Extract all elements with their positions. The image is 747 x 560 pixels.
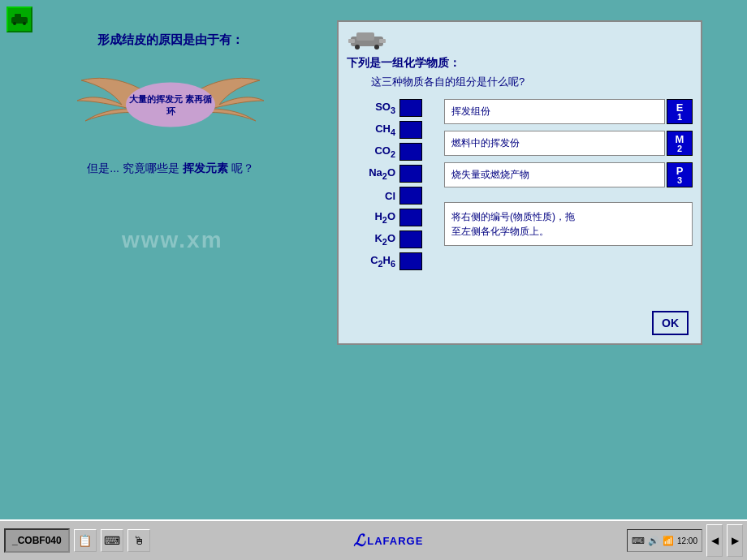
category-row-e1: 挥发组份 E 1 bbox=[444, 99, 693, 124]
taskbar: _COBF040 📋 ⌨ 🖱 ℒ LAFARGE ⌨ 🔊 📶 12:00 ◀ ▶ bbox=[0, 519, 747, 560]
chemicals-list: SO3 CH4 CO2 Na2O bbox=[347, 99, 436, 270]
cl-drop-target[interactable] bbox=[399, 187, 422, 205]
system-tray: ⌨ 🔊 📶 12:00 bbox=[627, 529, 702, 552]
dialog-subtitle: 下列是一组化学物质： bbox=[347, 56, 693, 71]
category-badge-e1[interactable]: E 1 bbox=[667, 99, 693, 124]
category-row-p3: 烧失量或燃烧产物 P 3 bbox=[444, 162, 693, 187]
chemical-label: SO3 bbox=[347, 101, 395, 115]
chemical-label: C2H6 bbox=[347, 254, 395, 269]
car-icon bbox=[347, 30, 387, 50]
taskbar-icon-cursor[interactable]: 🖱 bbox=[127, 529, 150, 552]
co2-drop-target[interactable] bbox=[399, 143, 422, 161]
tray-icon-3: 📶 bbox=[663, 536, 674, 546]
tray-icon-1: ⌨ bbox=[632, 536, 645, 546]
category-label-e1: 挥发组份 bbox=[444, 99, 665, 124]
scroll-right-button[interactable]: ▶ bbox=[727, 524, 743, 557]
svg-point-3 bbox=[23, 22, 26, 25]
dialog-header bbox=[347, 30, 693, 50]
taskbar-right: ⌨ 🔊 📶 12:00 bbox=[627, 529, 702, 552]
lafarge-logo: ℒ LAFARGE bbox=[353, 531, 423, 550]
taskbar-app-label[interactable]: _COBF040 bbox=[4, 528, 70, 553]
c2h6-drop-target[interactable] bbox=[399, 252, 422, 270]
category-row-m2: 燃料中的挥发份 M 2 bbox=[444, 131, 693, 156]
scroll-left-button[interactable]: ◀ bbox=[706, 524, 723, 557]
h2o-drop-target[interactable] bbox=[399, 209, 422, 226]
chemical-label: CO2 bbox=[347, 144, 395, 159]
chemical-label: Cl bbox=[347, 190, 395, 202]
chemical-label: H2O bbox=[347, 210, 395, 225]
chemical-row: Na2O bbox=[347, 165, 436, 183]
dialog-box: 下列是一组化学物质： 这三种物质各自的组分是什么呢? SO3 CH4 CO2 bbox=[337, 20, 702, 345]
taskbar-icon-book[interactable]: 📋 bbox=[74, 529, 97, 552]
category-label-p3: 烧失量或燃烧产物 bbox=[444, 162, 665, 187]
chemical-row: CO2 bbox=[347, 143, 436, 161]
chemical-row: CH4 bbox=[347, 121, 436, 139]
chemical-label: Na2O bbox=[347, 166, 395, 181]
na2o-drop-target[interactable] bbox=[399, 165, 422, 183]
ok-button[interactable]: OK bbox=[652, 311, 689, 335]
left-description: 但是... 究竟哪些是 挥发元素 呢？ bbox=[16, 162, 325, 176]
wing-label: 大量的挥发元 素再循环 bbox=[126, 83, 215, 127]
svg-rect-5 bbox=[356, 32, 374, 41]
chemical-row: Cl bbox=[347, 187, 436, 205]
svg-point-2 bbox=[13, 22, 16, 25]
chemical-label: K2O bbox=[347, 232, 395, 247]
tray-icon-2: 🔊 bbox=[648, 536, 659, 546]
lafarge-l-icon: ℒ bbox=[353, 531, 365, 550]
category-label-m2: 燃料中的挥发份 bbox=[444, 131, 665, 156]
instruction-box: 将右侧的编号(物质性质)，拖至左侧各化学物质上。 bbox=[444, 202, 693, 246]
left-title: 形成结皮的原因是由于有： bbox=[16, 32, 325, 48]
categories-list: 挥发组份 E 1 燃料中的挥发份 M 2 烧失量或燃烧产物 bbox=[444, 99, 693, 270]
svg-point-6 bbox=[355, 45, 360, 50]
svg-rect-8 bbox=[348, 39, 355, 43]
so3-drop-target[interactable] bbox=[399, 99, 422, 117]
chemical-row: SO3 bbox=[347, 99, 436, 117]
svg-rect-1 bbox=[15, 14, 21, 18]
chemical-row: K2O bbox=[347, 230, 436, 248]
k2o-drop-target[interactable] bbox=[399, 230, 422, 248]
ch4-drop-target[interactable] bbox=[399, 121, 422, 139]
main-background: 形成结皮的原因是由于有： 大量的挥发元 素再循环 但是... 究竟哪些是 挥发元… bbox=[0, 0, 747, 519]
chemical-label: CH4 bbox=[347, 123, 395, 137]
category-badge-m2[interactable]: M 2 bbox=[667, 131, 693, 156]
taskbar-center: ℒ LAFARGE bbox=[154, 531, 623, 550]
svg-point-7 bbox=[374, 45, 379, 50]
left-panel: 形成结皮的原因是由于有： 大量的挥发元 素再循环 但是... 究竟哪些是 挥发元… bbox=[16, 32, 325, 341]
chemical-row: C2H6 bbox=[347, 252, 436, 270]
lafarge-text: LAFARGE bbox=[367, 535, 423, 547]
category-badge-p3[interactable]: P 3 bbox=[667, 162, 693, 187]
taskbar-icon-keyboard[interactable]: ⌨ bbox=[101, 529, 123, 552]
chemical-row: H2O bbox=[347, 209, 436, 226]
svg-rect-9 bbox=[379, 39, 386, 43]
app-icon[interactable] bbox=[6, 6, 32, 32]
dialog-question: 这三种物质各自的组分是什么呢? bbox=[371, 75, 693, 89]
tray-clock: 12:00 bbox=[677, 536, 697, 545]
chemicals-area: SO3 CH4 CO2 Na2O bbox=[347, 99, 693, 270]
wings-container: 大量的挥发元 素再循环 bbox=[73, 64, 268, 145]
